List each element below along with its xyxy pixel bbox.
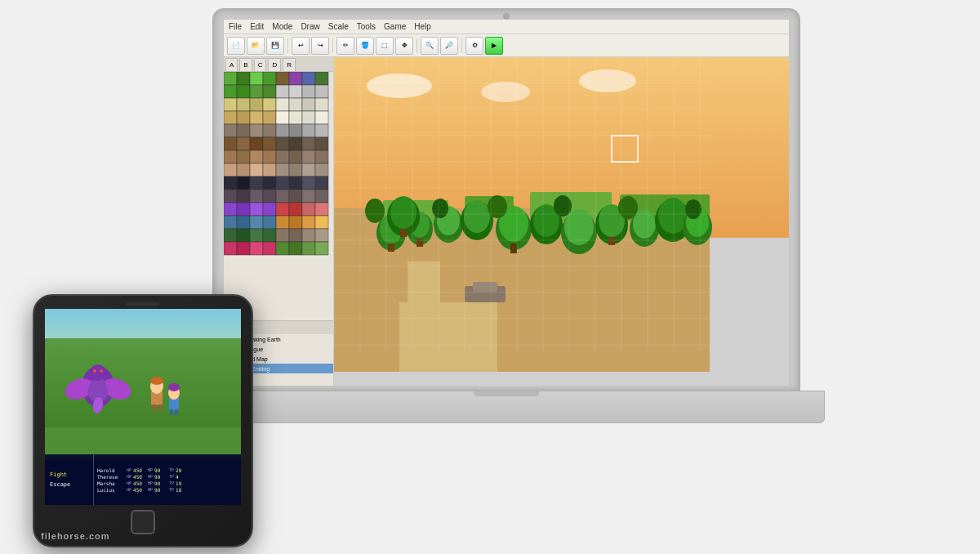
tile-grid[interactable] [224,72,333,320]
pencil-tool[interactable]: ✏ [336,37,354,55]
svg-rect-44 [276,137,289,150]
svg-rect-59 [263,163,276,176]
tile-tab-a[interactable]: A [225,58,238,71]
svg-rect-3 [263,72,276,85]
svg-rect-25 [237,111,250,124]
lucius-tp-label: TP [169,487,174,492]
menu-tools[interactable]: Tools [355,22,377,31]
svg-rect-18 [250,98,263,111]
play-button[interactable]: ▶ [485,37,503,55]
svg-rect-79 [315,190,328,203]
svg-rect-0 [224,72,237,85]
harold-hp-label: HP [127,467,131,472]
svg-rect-87 [315,203,328,216]
svg-rect-64 [224,176,237,190]
svg-rect-54 [302,150,315,163]
marsha-hp-label: HP [127,480,131,485]
svg-rect-15 [315,85,328,98]
menu-draw[interactable]: Draw [299,22,321,31]
menu-edit[interactable]: Edit [248,22,265,31]
svg-point-154 [618,196,638,219]
svg-rect-71 [315,176,328,190]
tile-tab-d[interactable]: D [268,58,281,71]
svg-rect-80 [224,203,237,216]
svg-rect-52 [276,150,289,163]
svg-rect-104 [224,242,237,255]
tile-tab-b[interactable]: B [239,58,252,71]
menu-mode[interactable]: Mode [270,22,294,31]
open-button[interactable]: 📂 [247,37,265,55]
zoom-in-button[interactable]: 🔍 [421,37,439,55]
svg-rect-37 [289,124,302,137]
svg-rect-82 [250,203,263,216]
svg-rect-95 [315,216,328,229]
svg-rect-5 [289,72,302,85]
marsha-name: Marsha [97,480,125,486]
escape-command[interactable]: Escape [48,480,90,489]
menu-file[interactable]: File [227,22,243,31]
phone-home-button[interactable] [131,510,155,534]
undo-button[interactable]: ↩ [292,37,310,55]
svg-rect-93 [289,216,302,229]
svg-rect-16 [224,98,237,111]
fight-command[interactable]: Fight [48,471,90,479]
svg-rect-1 [237,72,250,85]
svg-rect-28 [276,111,289,124]
svg-rect-102 [302,229,315,242]
svg-rect-4 [276,72,289,85]
svg-rect-49 [237,150,250,163]
svg-rect-20 [276,98,289,111]
menu-game[interactable]: Game [382,22,408,31]
sep3 [416,38,417,53]
new-button[interactable]: 📄 [227,37,245,55]
marsha-mp-value: 90 [154,480,167,486]
svg-rect-85 [289,203,302,216]
menu-help[interactable]: Help [412,22,433,31]
laptop-base [188,391,825,423]
watermark: filehorse.com [41,531,110,541]
svg-rect-91 [263,216,276,229]
lucius-mp-label: MP [148,487,153,492]
svg-rect-89 [237,216,250,229]
save-button[interactable]: 💾 [266,37,284,55]
game-screen: Fight Escape Harold HP 450 MP 90 TP 20 [45,309,241,505]
menu-scale[interactable]: Scale [327,22,350,31]
svg-rect-8 [224,85,237,98]
fill-tool[interactable]: 🪣 [356,37,374,55]
svg-rect-97 [237,229,250,242]
tile-tab-c[interactable]: C [254,58,267,71]
svg-rect-31 [315,111,328,124]
redo-button[interactable]: ↪ [311,37,329,55]
svg-point-151 [432,199,448,218]
svg-rect-51 [263,150,276,163]
svg-rect-124 [416,239,423,247]
move-tool[interactable]: ✥ [395,37,413,55]
svg-rect-70 [302,176,315,190]
svg-point-152 [488,195,507,218]
battle-ui: Fight Escape Harold HP 450 MP 90 TP 20 [45,454,241,505]
svg-rect-38 [302,124,315,137]
select-tool[interactable]: ⬚ [376,37,394,55]
svg-rect-27 [263,111,276,124]
harold-tp-label: TP [169,467,174,472]
svg-rect-46 [302,137,315,150]
zoom-out-button[interactable]: 🔎 [440,37,458,55]
svg-rect-19 [263,98,276,111]
svg-rect-35 [263,124,276,137]
svg-rect-42 [250,137,263,150]
marsha-tp-label: TP [169,480,174,485]
map-canvas[interactable] [334,57,789,386]
svg-rect-81 [237,203,250,216]
settings-button[interactable]: ⚙ [466,37,483,55]
svg-point-200 [168,383,180,391]
svg-rect-40 [224,137,237,150]
lucius-hp-value: 450 [133,487,146,493]
lucius-mp-value: 90 [154,487,167,493]
harold-name: Harold [97,467,125,473]
svg-rect-24 [224,111,237,124]
svg-rect-96 [224,229,237,242]
tile-tab-r[interactable]: R [283,58,296,71]
svg-rect-10 [250,85,263,98]
svg-rect-117 [399,302,497,372]
svg-rect-103 [315,229,328,242]
